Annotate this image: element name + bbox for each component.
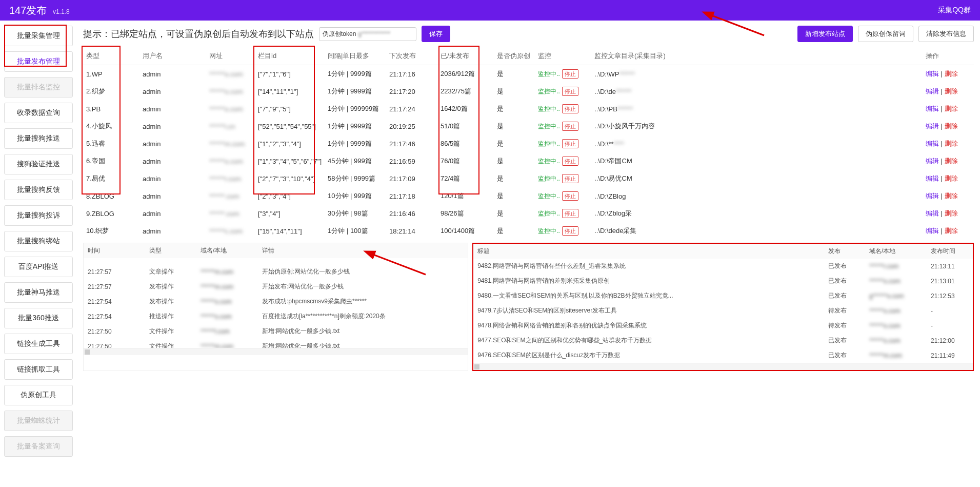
qq-group-link[interactable]: 采集QQ群 — [938, 6, 971, 15]
save-button[interactable]: 保存 — [422, 26, 450, 42]
cell-actions: 编辑 | 删除 — [923, 187, 974, 205]
sidebar-item-2: 批量排名监控 — [4, 77, 73, 98]
edit-link[interactable]: 编辑 — [926, 122, 939, 130]
cell-pseudo: 是 — [494, 65, 535, 83]
tip-text: 提示：已绑定站点，可设置伪原创后自动发布到以下站点 — [83, 28, 314, 40]
sidebar-item-5[interactable]: 搜狗验证推送 — [4, 154, 73, 174]
cell-next: 21:17:09 — [386, 170, 437, 187]
stop-button[interactable]: 停止 — [562, 69, 578, 79]
edit-link[interactable]: 编辑 — [926, 192, 939, 200]
log-row: 9476.SEO和SEM的区别是什么_discuz发布千万数据已发布******… — [473, 348, 973, 363]
stop-button[interactable]: 停止 — [562, 191, 578, 201]
sidebar-item-4[interactable]: 批量搜狗推送 — [4, 128, 73, 149]
table-row: 6.帝国admin******o.com["1","3","4","5","6"… — [83, 152, 974, 170]
cell-intv: 58分钟 | 9999篇 — [325, 170, 386, 187]
cell-dir: ..\D:\PB****** — [591, 100, 923, 118]
log-col: 域名/本地 — [865, 244, 927, 259]
delete-link[interactable]: 删除 — [945, 192, 958, 200]
log-row: 9482.网络营销与网络营销有些什么差别_迅睿采集系统已发布******r.co… — [473, 259, 973, 274]
stop-button[interactable]: 停止 — [562, 122, 578, 131]
delete-link[interactable]: 删除 — [945, 140, 958, 147]
sidebar-item-13[interactable]: 链接抓取工具 — [4, 359, 73, 380]
cell-user: admin — [139, 65, 206, 83]
cell-intv: 10分钟 | 999篇 — [325, 187, 386, 205]
cell-dir: ..\D:\de****** — [591, 83, 923, 100]
cell-intv: 1分钟 | 999999篇 — [325, 100, 386, 118]
brand-name: 147发布 — [9, 5, 47, 16]
add-site-button[interactable]: 新增发布站点 — [797, 26, 853, 42]
edit-link[interactable]: 编辑 — [926, 87, 939, 95]
edit-link[interactable]: 编辑 — [926, 70, 939, 77]
stop-button[interactable]: 停止 — [562, 104, 578, 113]
edit-link[interactable]: 编辑 — [926, 209, 939, 217]
log-right-panel: 标题发布域名/本地发布时间 9482.网络营销与网络营销有些什么差别_迅睿采集系… — [472, 243, 974, 371]
sidebar-item-11[interactable]: 批量360推送 — [4, 308, 73, 328]
cell-next: 20:19:25 — [386, 118, 437, 135]
cell-pseudo: 是 — [494, 170, 535, 187]
cell-actions: 编辑 | 删除 — [923, 222, 974, 240]
cell-url: ******c.com — [206, 222, 255, 240]
delete-link[interactable]: 删除 — [945, 122, 958, 130]
sidebar-item-7[interactable]: 批量搜狗投诉 — [4, 205, 73, 226]
monitor-status: 监控中.. — [538, 227, 560, 235]
scrollbar[interactable] — [84, 348, 468, 355]
delete-link[interactable]: 删除 — [945, 105, 958, 112]
cell-actions: 编辑 | 删除 — [923, 152, 974, 170]
sidebar-item-6[interactable]: 批量搜狗反馈 — [4, 180, 73, 200]
cell-pub: 98/26篇 — [437, 205, 494, 222]
delete-link[interactable]: 删除 — [945, 209, 958, 217]
cell-url: ******o.com — [206, 152, 255, 170]
cell-actions: 编辑 | 删除 — [923, 135, 974, 152]
token-input[interactable]: 伪原创token g************ — [319, 27, 416, 41]
sidebar: 批量采集管理批量发布管理批量排名监控收录数据查询批量搜狗推送搜狗验证推送批量搜狗… — [0, 21, 77, 467]
cell-monitor: 监控中..停止 — [535, 65, 591, 83]
sidebar-item-10[interactable]: 批量神马推送 — [4, 282, 73, 303]
sidebar-item-3[interactable]: 收录数据查询 — [4, 103, 73, 123]
log-col: 域名/本地 — [196, 243, 258, 258]
clear-pub-button[interactable]: 清除发布信息 — [918, 26, 974, 42]
log-col: 类型 — [145, 243, 196, 258]
edit-link[interactable]: 编辑 — [926, 105, 939, 112]
cell-dir: ..\D:\****** — [591, 135, 923, 152]
edit-link[interactable]: 编辑 — [926, 227, 939, 235]
sidebar-item-8[interactable]: 批量搜狗绑站 — [4, 231, 73, 251]
cell-next: 18:21:14 — [386, 222, 437, 240]
log-row: 9479.7步认清SEO和SEM的区别siteserver发布工具待发布****… — [473, 303, 973, 318]
log-col: 发布时间 — [927, 244, 973, 259]
edit-link[interactable]: 编辑 — [926, 140, 939, 147]
cell-next: 21:17:18 — [386, 187, 437, 205]
monitor-status: 监控中.. — [538, 192, 560, 200]
scrollbar[interactable] — [473, 363, 973, 370]
stop-button[interactable]: 停止 — [562, 174, 578, 183]
stop-button[interactable]: 停止 — [562, 209, 578, 218]
cell-url: ******o.com — [206, 100, 255, 118]
log-col: 发布 — [824, 244, 865, 259]
delete-link[interactable]: 删除 — [945, 70, 958, 77]
sidebar-item-14[interactable]: 伪原创工具 — [4, 385, 73, 405]
cell-dir: ..\D:\易优CM — [591, 170, 923, 187]
edit-link[interactable]: 编辑 — [926, 174, 939, 182]
sites-table: 类型用户名网址栏目id间隔|单日最多下次发布已/未发布是否伪原创监控监控文章目录… — [83, 47, 974, 240]
edit-link[interactable]: 编辑 — [926, 157, 939, 165]
monitor-status: 监控中.. — [538, 140, 560, 147]
sidebar-item-12[interactable]: 链接生成工具 — [4, 334, 73, 354]
stop-button[interactable]: 停止 — [562, 226, 578, 236]
cell-actions: 编辑 | 删除 — [923, 118, 974, 135]
delete-link[interactable]: 删除 — [945, 174, 958, 182]
keep-word-button[interactable]: 伪原创保留词 — [858, 26, 913, 42]
cell-intv: 1分钟 | 9999篇 — [325, 135, 386, 152]
stop-button[interactable]: 停止 — [562, 87, 578, 96]
table-row: 7.易优admin******r.com["2","7","3","10","4… — [83, 170, 974, 187]
delete-link[interactable]: 删除 — [945, 87, 958, 95]
stop-button[interactable]: 停止 — [562, 157, 578, 166]
cell-pseudo: 是 — [494, 118, 535, 135]
cell-next: 21:16:46 — [386, 205, 437, 222]
stop-button[interactable]: 停止 — [562, 139, 578, 148]
delete-link[interactable]: 删除 — [945, 157, 958, 165]
cell-intv: 1分钟 | 100篇 — [325, 222, 386, 240]
sidebar-item-9[interactable]: 百度API推送 — [4, 257, 73, 277]
cell-monitor: 监控中..停止 — [535, 205, 591, 222]
cell-next: 21:17:46 — [386, 135, 437, 152]
delete-link[interactable]: 删除 — [945, 227, 958, 235]
cell-cat: ["3","4"] — [255, 205, 325, 222]
